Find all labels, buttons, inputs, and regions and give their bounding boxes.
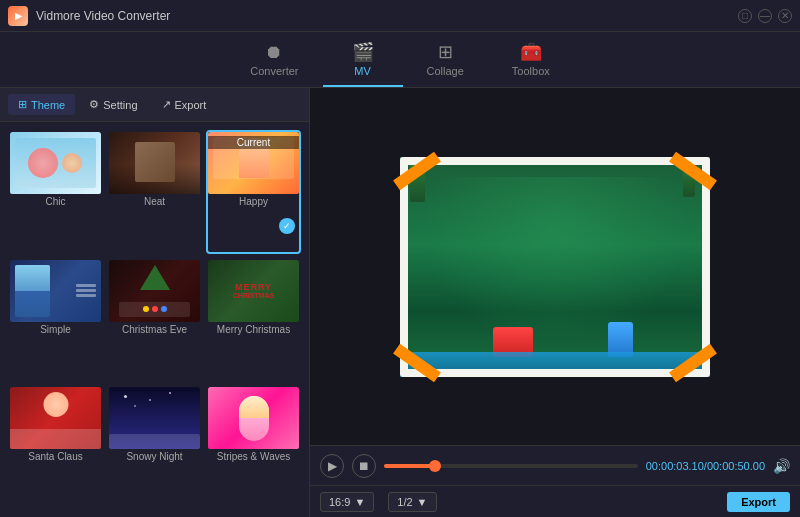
left-panel: ⊞ Theme ⚙ Setting ↗ Export [0, 88, 310, 517]
tab-mv[interactable]: 🎬 MV [323, 33, 403, 87]
maximize-button[interactable]: — [758, 9, 772, 23]
app-logo: ▶ [8, 6, 28, 26]
tab-toolbox-label: Toolbox [512, 65, 550, 77]
theme-neat-label: Neat [109, 194, 200, 211]
subnav-theme[interactable]: ⊞ Theme [8, 94, 75, 115]
theme-happy-label: Happy [208, 194, 299, 211]
theme-christmas-label: Christmas Eve [109, 322, 200, 339]
minimize-button[interactable]: □ [738, 9, 752, 23]
theme-stripes[interactable]: Stripes & Waves [206, 385, 301, 509]
ratio-select[interactable]: 16:9 ▼ [320, 492, 374, 512]
sub-nav: ⊞ Theme ⚙ Setting ↗ Export [0, 88, 309, 122]
export-icon: ↗ [162, 98, 171, 111]
theme-santa-label: Santa Claus [10, 449, 101, 466]
main-content: ⊞ Theme ⚙ Setting ↗ Export [0, 88, 800, 517]
theme-merry[interactable]: MERRY CHRISTMAS Merry Christmas [206, 258, 301, 382]
quality-select[interactable]: 1/2 ▼ [388, 492, 436, 512]
progress-thumb [429, 460, 441, 472]
subnav-export[interactable]: ↗ Export [152, 94, 217, 115]
close-button[interactable]: ✕ [778, 9, 792, 23]
volume-icon[interactable]: 🔊 [773, 458, 790, 474]
theme-stripes-label: Stripes & Waves [208, 449, 299, 466]
theme-current-label: Current [208, 136, 299, 149]
progress-bar[interactable] [384, 464, 638, 468]
tab-converter[interactable]: ⏺ Converter [226, 34, 322, 87]
theme-snowy[interactable]: Snowy Night [107, 385, 202, 509]
theme-neat[interactable]: Neat [107, 130, 202, 254]
tab-converter-label: Converter [250, 65, 298, 77]
tab-mv-label: MV [354, 65, 371, 77]
stop-button[interactable]: ⏹ [352, 454, 376, 478]
right-panel: ▽ [310, 88, 800, 517]
controls-bar: ▶ ⏹ 00:00:03.10/00:00:50.00 🔊 [310, 445, 800, 485]
ratio-chevron-icon: ▼ [354, 496, 365, 508]
toolbox-icon: 🧰 [520, 41, 542, 63]
setting-icon: ⚙ [89, 98, 99, 111]
theme-santa[interactable]: Santa Claus [8, 385, 103, 509]
theme-simple-label: Simple [10, 322, 101, 339]
theme-chic-label: Chic [10, 194, 101, 211]
ratio-value: 16:9 [329, 496, 350, 508]
tab-collage-label: Collage [427, 65, 464, 77]
theme-chic[interactable]: Chic [8, 130, 103, 254]
converter-icon: ⏺ [265, 42, 283, 63]
preview-frame-border [400, 157, 710, 377]
export-button[interactable]: Export [727, 492, 790, 512]
progress-fill [384, 464, 435, 468]
theme-selected-badge: ✓ [279, 218, 295, 234]
quality-chevron-icon: ▼ [417, 496, 428, 508]
theme-happy[interactable]: Current ✓ Happy [206, 130, 301, 254]
quality-value: 1/2 [397, 496, 412, 508]
app-title: Vidmore Video Converter [36, 9, 738, 23]
tab-collage[interactable]: ⊞ Collage [403, 33, 488, 87]
collage-icon: ⊞ [438, 41, 453, 63]
subnav-setting[interactable]: ⚙ Setting [79, 94, 147, 115]
theme-snowy-label: Snowy Night [109, 449, 200, 466]
theme-merry-label: Merry Christmas [208, 322, 299, 339]
bottom-toolbar: 16:9 ▼ 1/2 ▼ Export [310, 485, 800, 517]
theme-grid-icon: ⊞ [18, 98, 27, 111]
preview-area: ▽ [310, 88, 800, 445]
theme-grid: Chic Neat Current ✓ Happy [0, 122, 309, 517]
window-controls: □ — ✕ [738, 9, 792, 23]
time-display: 00:00:03.10/00:00:50.00 [646, 460, 765, 472]
nav-tabs: ⏺ Converter 🎬 MV ⊞ Collage 🧰 Toolbox [0, 32, 800, 88]
theme-simple[interactable]: Simple [8, 258, 103, 382]
play-button[interactable]: ▶ [320, 454, 344, 478]
tab-toolbox[interactable]: 🧰 Toolbox [488, 33, 574, 87]
titlebar: ▶ Vidmore Video Converter □ — ✕ [0, 0, 800, 32]
theme-christmas[interactable]: Christmas Eve [107, 258, 202, 382]
mv-icon: 🎬 [352, 41, 374, 63]
preview-frame [400, 157, 710, 377]
